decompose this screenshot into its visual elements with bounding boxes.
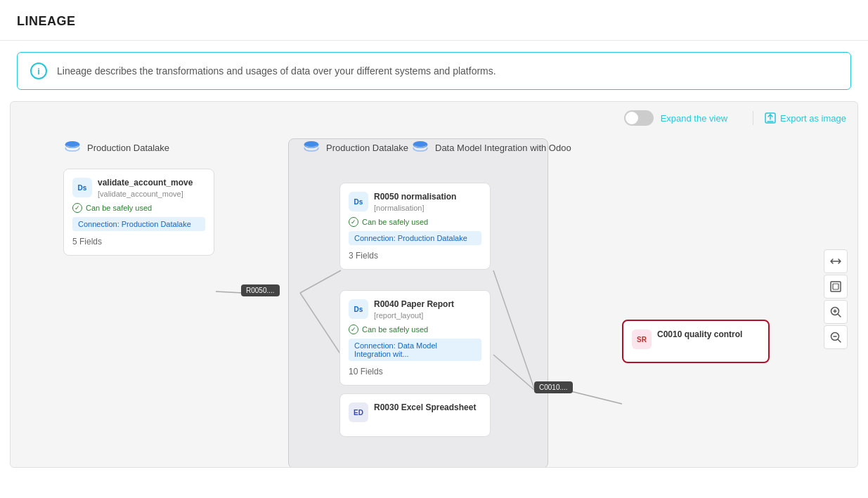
node-status: ✓ Can be safely used: [349, 217, 481, 227]
node-subtitle: [report_layout]: [374, 310, 454, 320]
node-status: ✓ Can be safely used: [349, 325, 481, 334]
check-icon: ✓: [349, 217, 358, 227]
svg-point-15: [413, 141, 427, 147]
check-icon: ✓: [349, 325, 358, 334]
node-r0050-normalisation[interactable]: Ds R0050 normalisation [normalisation] ✓…: [339, 183, 491, 270]
fit-width-button[interactable]: [824, 249, 848, 273]
status-text: Can be safely used: [362, 325, 428, 334]
node-header: Ds R0050 normalisation [normalisation]: [349, 192, 481, 213]
expand-view-label[interactable]: Expand the view: [661, 113, 727, 124]
svg-point-13: [65, 141, 79, 147]
expand-toggle[interactable]: [624, 110, 654, 126]
node-r0030-excel[interactable]: ED R0030 Excel Spreadsheet: [339, 393, 491, 437]
node-subtitle: [normalisation]: [374, 203, 456, 213]
node-fields: 3 Fields: [349, 251, 481, 261]
node-r0040-paper-report[interactable]: Ds R0040 Paper Report [report_layout] ✓ …: [339, 290, 491, 386]
zoom-out-button[interactable]: [824, 325, 848, 349]
node-subtitle: [validate_account_move]: [98, 189, 193, 199]
lineage-canvas: Production Datalake Ds validate_account_…: [11, 102, 857, 467]
section-title-3: Data Model Integration with Odoo: [435, 143, 571, 153]
node-fields: 5 Fields: [72, 237, 205, 247]
node-c0010-quality-control[interactable]: SR C0010 quality control: [622, 320, 770, 363]
lineage-container: Expand the view Export as image: [10, 101, 858, 468]
node-connection: Connection: Production Datalake: [349, 231, 481, 245]
node-header: Ds R0040 Paper Report [report_layout]: [349, 299, 481, 320]
node-badge-ds: Ds: [349, 299, 368, 319]
edge-label-r0050: R0050....: [241, 284, 280, 296]
page-header: LINEAGE: [0, 0, 868, 41]
node-title: validate_account_move: [98, 178, 193, 189]
info-banner: i Lineage describes the transformations …: [17, 52, 851, 90]
node-badge-ds: Ds: [349, 192, 368, 211]
section-icon-3: [411, 138, 429, 157]
node-connection: Connection: Production Datalake: [72, 217, 205, 231]
zoom-controls: [824, 249, 848, 349]
section-header-1: Production Datalake: [63, 138, 169, 157]
node-badge-ed: ED: [349, 402, 368, 422]
node-connection: Connection: Data Model Integration wit..…: [349, 339, 481, 361]
node-badge-sr: SR: [632, 329, 652, 349]
node-title: R0050 normalisation: [374, 192, 456, 203]
page-title: LINEAGE: [17, 14, 851, 29]
node-header: ED R0030 Excel Spreadsheet: [349, 402, 481, 422]
svg-rect-3: [831, 282, 841, 291]
node-fields: 10 Fields: [349, 367, 481, 376]
toolbar-divider: [753, 111, 753, 125]
node-header: SR C0010 quality control: [632, 329, 760, 349]
svg-rect-4: [833, 284, 838, 289]
section-header-3: Data Model Integration with Odoo: [411, 138, 571, 157]
edge-label-c0010: C0010....: [534, 381, 573, 393]
section-header-2: Production Datalake: [302, 138, 408, 157]
node-title: R0040 Paper Report: [374, 299, 454, 310]
svg-line-7: [216, 291, 242, 293]
export-button[interactable]: Export as image: [765, 112, 846, 124]
export-label: Export as image: [780, 113, 846, 124]
export-icon: [765, 112, 776, 124]
node-header: Ds validate_account_move [validate_accou…: [72, 178, 205, 199]
status-text: Can be safely used: [362, 218, 428, 226]
node-status: ✓ Can be safely used: [72, 203, 205, 213]
expand-toggle-area: Expand the view: [624, 110, 727, 126]
section-icon-1: [63, 138, 82, 157]
node-title: R0030 Excel Spreadsheet: [374, 402, 476, 414]
node-badge-ds: Ds: [72, 178, 92, 197]
section-icon-2: [302, 138, 320, 157]
section-title-1: Production Datalake: [87, 143, 169, 153]
svg-point-14: [304, 141, 318, 147]
fit-screen-button[interactable]: [824, 275, 848, 299]
check-icon: ✓: [72, 203, 82, 213]
svg-line-12: [571, 391, 622, 404]
banner-text: Lineage describes the transformations an…: [57, 65, 496, 77]
info-icon: i: [30, 63, 47, 79]
node-title: C0010 quality control: [657, 329, 742, 341]
node-validate-account-move[interactable]: Ds validate_account_move [validate_accou…: [63, 169, 214, 256]
status-text: Can be safely used: [86, 204, 152, 212]
lineage-toolbar: Expand the view Export as image: [613, 102, 857, 134]
section-title-2: Production Datalake: [326, 143, 408, 153]
zoom-in-button[interactable]: [824, 300, 848, 324]
